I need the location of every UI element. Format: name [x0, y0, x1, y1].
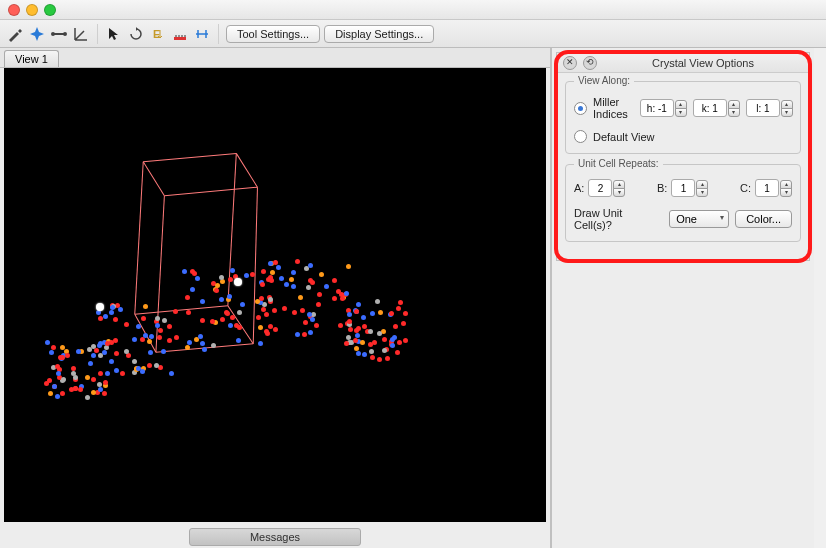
svg-rect-7 — [174, 37, 186, 40]
window-title-file: 4QNO.pdb — [364, 4, 417, 16]
svg-line-9 — [236, 153, 257, 187]
viewport-3d[interactable] — [4, 68, 546, 522]
window-title-app: Avogadro — [431, 4, 478, 16]
unit-cell-repeats-group: Unit Cell Repeats: A: ▴▾ B: ▴▾ C — [565, 164, 801, 242]
align-tool-icon[interactable] — [193, 25, 211, 43]
measure-tool-icon[interactable] — [171, 25, 189, 43]
draw-tool-icon[interactable] — [6, 25, 24, 43]
view-along-label: View Along: — [574, 75, 634, 86]
scrollbar[interactable] — [814, 48, 826, 548]
repeat-b-label: B: — [657, 182, 667, 194]
rotate-tool-icon[interactable] — [127, 25, 145, 43]
panel-title: Crystal View Options — [603, 57, 803, 69]
bond-tool-icon[interactable] — [50, 25, 68, 43]
tab-bar: View 1 — [0, 48, 550, 68]
svg-point-4 — [51, 32, 55, 36]
repeats-label: Unit Cell Repeats: — [574, 158, 663, 169]
svg-text:E: E — [153, 28, 160, 40]
app-icon — [348, 4, 360, 16]
miller-h-stepper[interactable]: ▴▾ — [640, 99, 687, 117]
repeat-b-stepper[interactable]: ▴▾ — [671, 179, 708, 197]
svg-point-1 — [355, 5, 360, 10]
atom-highlight — [234, 278, 242, 286]
repeat-c-stepper[interactable]: ▴▾ — [755, 179, 792, 197]
tab-view1[interactable]: View 1 — [4, 50, 59, 67]
svg-line-11 — [143, 162, 164, 196]
atom-highlight — [96, 303, 104, 311]
crystal-view-panel: ✕ ⟲ Crystal View Options View Along: Mil… — [556, 52, 810, 261]
messages-button[interactable]: Messages — [189, 528, 361, 546]
molecule-atoms — [44, 268, 444, 448]
titlebar: 4QNO.pdb – Avogadro — [0, 0, 826, 20]
miller-indices-label: Miller Indices — [593, 96, 628, 120]
draw-unit-cell-select[interactable]: One — [669, 210, 729, 228]
cursor-tool-icon[interactable] — [105, 25, 123, 43]
miller-indices-radio[interactable] — [574, 102, 587, 115]
angle-tool-icon[interactable] — [72, 25, 90, 43]
panel-undock-icon[interactable]: ⟲ — [583, 56, 597, 70]
miller-k-stepper[interactable]: ▴▾ — [693, 99, 740, 117]
svg-point-2 — [352, 10, 357, 15]
view-along-group: View Along: Miller Indices ▴▾ ▴▾ ▴▾ Defa… — [565, 81, 801, 154]
repeat-a-stepper[interactable]: ▴▾ — [588, 179, 625, 197]
zoom-icon[interactable] — [44, 4, 56, 16]
default-view-radio[interactable] — [574, 130, 587, 143]
optimize-tool-icon[interactable]: E — [149, 25, 167, 43]
navigate-tool-icon[interactable] — [28, 25, 46, 43]
repeat-a-label: A: — [574, 182, 584, 194]
tool-settings-button[interactable]: Tool Settings... — [226, 25, 320, 43]
miller-l-stepper[interactable]: ▴▾ — [746, 99, 793, 117]
svg-line-8 — [143, 153, 236, 161]
svg-point-0 — [348, 4, 354, 10]
toolbar: E Tool Settings... Display Settings... — [0, 20, 826, 48]
display-settings-button[interactable]: Display Settings... — [324, 25, 434, 43]
svg-point-5 — [63, 32, 67, 36]
color-button[interactable]: Color... — [735, 210, 792, 228]
default-view-label: Default View — [593, 131, 655, 143]
minimize-icon[interactable] — [26, 4, 38, 16]
repeat-c-label: C: — [740, 182, 751, 194]
close-icon[interactable] — [8, 4, 20, 16]
draw-unit-cell-label: Draw Unit Cell(s)? — [574, 207, 663, 231]
svg-line-10 — [164, 187, 257, 195]
panel-close-icon[interactable]: ✕ — [563, 56, 577, 70]
